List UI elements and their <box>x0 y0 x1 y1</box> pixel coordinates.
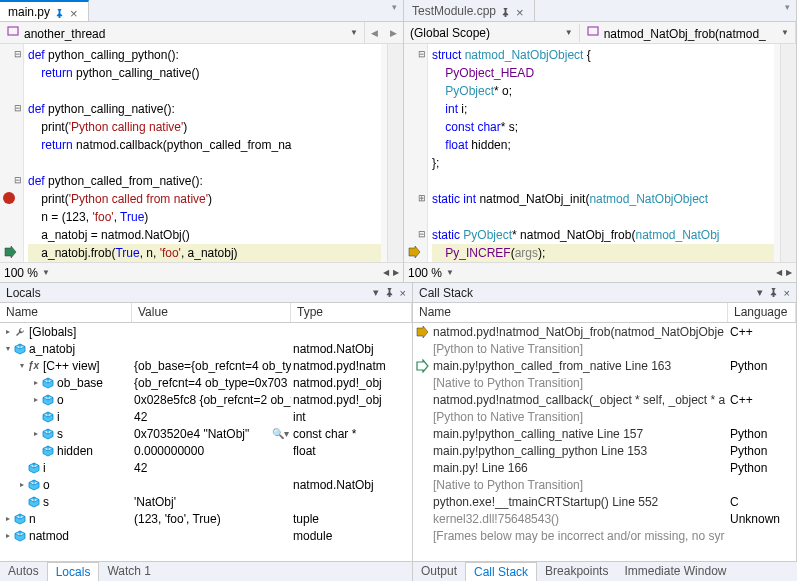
code-line[interactable]: a_natobj = natmod.NatObj() <box>28 226 381 244</box>
footer-tab-locals[interactable]: Locals <box>47 562 100 581</box>
tab-overflow-icon[interactable]: ▾ <box>779 0 796 21</box>
pin-icon[interactable] <box>501 6 511 16</box>
scrollbar-vertical[interactable] <box>387 44 403 262</box>
footer-tab-output[interactable]: Output <box>413 562 465 581</box>
callstack-grid-body[interactable]: natmod.pyd!natmod_NatObj_frob(natmod_Nat… <box>413 323 796 561</box>
stack-frame-row[interactable]: main.py!python_called_from_native Line 1… <box>413 357 796 374</box>
locals-row[interactable]: ▸o natmod.NatObj <box>0 476 412 493</box>
stack-frame-row[interactable]: kernel32.dll!75648543() Unknown <box>413 510 796 527</box>
code-line[interactable]: Py_INCREF(args); <box>432 244 774 262</box>
scope-dropdown[interactable]: another_thread ▼ <box>0 22 365 43</box>
col-header-name[interactable]: Name <box>413 303 728 322</box>
outline-toggle-icon[interactable]: ⊟ <box>418 49 426 59</box>
stack-frame-row[interactable]: main.py! Line 166 Python <box>413 459 796 476</box>
code-line[interactable]: static int natmod_NatObj_init(natmod_Nat… <box>432 190 774 208</box>
locals-grid-body[interactable]: ▸[Globals] ▾a_natobj natmod.NatObj ▾ƒx[C… <box>0 323 412 561</box>
locals-row[interactable]: ▸natmod module <box>0 527 412 544</box>
nav-back-icon[interactable]: ◀ <box>365 26 384 40</box>
breakpoint-icon[interactable] <box>3 192 15 204</box>
stack-frame-row[interactable]: [Python to Native Transition] <box>413 408 796 425</box>
col-header-language[interactable]: Language <box>728 303 796 322</box>
scrollbar-vertical[interactable] <box>780 44 796 262</box>
pin-icon[interactable] <box>55 7 65 17</box>
close-icon[interactable]: × <box>784 287 790 299</box>
scroll-left-icon[interactable]: ◀ <box>776 268 782 277</box>
code-line[interactable]: return natmod.callback(python_called_fro… <box>28 136 381 154</box>
col-header-name[interactable]: Name <box>0 303 132 322</box>
expander-icon[interactable] <box>30 445 41 456</box>
code-line[interactable]: const char* s; <box>432 118 774 136</box>
stack-frame-row[interactable]: [Python to Native Transition] <box>413 340 796 357</box>
code-line[interactable]: return python_calling_native() <box>28 64 381 82</box>
nav-fwd-icon[interactable]: ▶ <box>384 26 403 40</box>
stack-frame-row[interactable]: [Frames below may be incorrect and/or mi… <box>413 527 796 544</box>
code-line[interactable]: float hidden; <box>432 136 774 154</box>
code-line[interactable]: PyObject_HEAD <box>432 64 774 82</box>
expander-icon[interactable] <box>16 496 27 507</box>
stack-frame-row[interactable]: main.py!python_calling_python Line 153 P… <box>413 442 796 459</box>
tab-testmodule-cpp[interactable]: TestModule.cpp <box>404 0 535 21</box>
scope-dropdown-1[interactable]: (Global Scope) ▼ <box>404 24 580 42</box>
stack-frame-row[interactable]: python.exe!__tmainCRTStartup() Line 552 … <box>413 493 796 510</box>
locals-row[interactable]: i 42 int <box>0 408 412 425</box>
col-header-type[interactable]: Type <box>291 303 412 322</box>
code-line[interactable]: def python_calling_native(): <box>28 100 381 118</box>
locals-row[interactable]: ▸n (123, 'foo', True) tuple <box>0 510 412 527</box>
locals-row[interactable]: ▾a_natobj natmod.NatObj <box>0 340 412 357</box>
code-area-left[interactable]: ⊟⊟⊟ def python_calling_python(): return … <box>0 44 403 262</box>
expander-icon[interactable]: ▸ <box>30 394 41 405</box>
code-line[interactable]: def python_called_from_native(): <box>28 172 381 190</box>
expander-icon[interactable]: ▾ <box>2 343 13 354</box>
gutter-right[interactable]: ⊟⊞⊟ <box>404 44 428 262</box>
expander-icon[interactable]: ▸ <box>2 326 13 337</box>
close-icon[interactable] <box>516 6 526 16</box>
tab-main-py[interactable]: main.py <box>0 0 89 21</box>
outline-toggle-icon[interactable]: ⊞ <box>418 193 426 203</box>
scroll-right-icon[interactable]: ▶ <box>786 268 792 277</box>
pin-icon[interactable] <box>769 287 778 299</box>
expander-icon[interactable]: ▸ <box>30 377 41 388</box>
locals-row[interactable]: ▸ob_base {ob_refcnt=4 ob_type=0x703 natm… <box>0 374 412 391</box>
footer-tab-call stack[interactable]: Call Stack <box>465 562 537 581</box>
code-line[interactable]: PyObject* o; <box>432 82 774 100</box>
stack-frame-row[interactable]: natmod.pyd!natmod_callback(_object * sel… <box>413 391 796 408</box>
code-body-left[interactable]: def python_calling_python(): return pyth… <box>24 44 381 262</box>
expander-icon[interactable]: ▸ <box>30 428 41 439</box>
code-body-right[interactable]: struct natmod_NatObjObject { PyObject_HE… <box>428 44 774 262</box>
code-line[interactable]: struct natmod_NatObjObject { <box>432 46 774 64</box>
magnifier-icon[interactable]: 🔍▾ <box>272 428 289 439</box>
code-line[interactable]: n = (123, 'foo', True) <box>28 208 381 226</box>
code-line[interactable]: print('Python calling native') <box>28 118 381 136</box>
expander-icon[interactable]: ▸ <box>2 530 13 541</box>
outline-toggle-icon[interactable]: ⊟ <box>14 175 22 185</box>
outline-toggle-icon[interactable]: ⊟ <box>418 229 426 239</box>
stack-frame-row[interactable]: main.py!python_calling_native Line 157 P… <box>413 425 796 442</box>
tab-overflow-icon[interactable]: ▾ <box>386 0 403 21</box>
locals-row[interactable]: ▸o 0x028e5fc8 {ob_refcnt=2 ob_t natmod.p… <box>0 391 412 408</box>
expander-icon[interactable]: ▾ <box>16 360 27 371</box>
window-position-icon[interactable]: ▾ <box>373 286 379 299</box>
footer-tab-immediate window[interactable]: Immediate Window <box>616 562 734 581</box>
chevron-down-icon[interactable]: ▼ <box>42 268 50 277</box>
expander-icon[interactable] <box>30 411 41 422</box>
code-line[interactable]: }; <box>432 154 774 172</box>
outline-toggle-icon[interactable]: ⊟ <box>14 103 22 113</box>
locals-row[interactable]: s 'NatObj' <box>0 493 412 510</box>
expander-icon[interactable] <box>16 462 27 473</box>
window-position-icon[interactable]: ▾ <box>757 286 763 299</box>
chevron-down-icon[interactable]: ▼ <box>446 268 454 277</box>
expander-icon[interactable]: ▸ <box>16 479 27 490</box>
code-line[interactable]: def python_calling_python(): <box>28 46 381 64</box>
code-line[interactable] <box>28 82 381 100</box>
stack-frame-row[interactable]: [Native to Python Transition] <box>413 476 796 493</box>
code-line[interactable] <box>432 208 774 226</box>
stack-frame-row[interactable]: [Native to Python Transition] <box>413 374 796 391</box>
locals-row[interactable]: ▸[Globals] <box>0 323 412 340</box>
code-line[interactable]: int i; <box>432 100 774 118</box>
code-area-right[interactable]: ⊟⊞⊟ struct natmod_NatObjObject { PyObjec… <box>404 44 796 262</box>
locals-row[interactable]: i 42 <box>0 459 412 476</box>
code-line[interactable] <box>432 172 774 190</box>
footer-tab-autos[interactable]: Autos <box>0 562 47 581</box>
col-header-value[interactable]: Value <box>132 303 291 322</box>
scope-dropdown-2[interactable]: natmod_NatObj_frob(natmod_ ▼ <box>580 22 796 43</box>
